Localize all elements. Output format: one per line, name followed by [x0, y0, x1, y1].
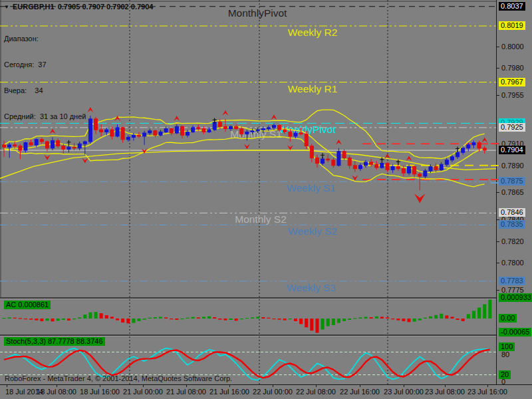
- ac-histogram-bar: [175, 319, 178, 320]
- price-level-badge: 0.8037: [499, 2, 525, 11]
- candle-body: [164, 128, 168, 132]
- price-tick-mark: [497, 263, 499, 263]
- symbol-timeframe-label: EURGBP,H1: [13, 3, 55, 11]
- time-tick-mark: [7, 385, 7, 387]
- ac-histogram-bar: [51, 319, 55, 321]
- ac-canvas[interactable]: [0, 299, 496, 334]
- candle-body: [192, 128, 195, 132]
- stoch-signal-line: [4, 350, 490, 378]
- candle-body: [402, 169, 405, 174]
- ac-histogram-bar: [477, 308, 481, 319]
- price-tick-label: 0.7890: [501, 162, 524, 170]
- price-level-badge: 0.7875: [499, 177, 525, 186]
- candle-body: [240, 128, 243, 134]
- candle-body: [283, 130, 287, 132]
- candle-body: [332, 160, 335, 166]
- ac-histogram-bar: [418, 319, 422, 321]
- ac-histogram-bar: [35, 319, 38, 321]
- candle-body: [391, 166, 394, 170]
- price-tick-label: 0.7820: [501, 237, 524, 245]
- candle-body: [202, 128, 205, 132]
- price-scale[interactable]: 0.80000.79800.79550.79100.78900.78650.78…: [496, 0, 532, 384]
- fractal-down-arrow-icon: [287, 145, 293, 150]
- candle-body: [327, 159, 330, 160]
- ac-histogram-bar: [94, 312, 98, 319]
- ac-histogram-bar: [67, 319, 70, 321]
- candle-body: [462, 148, 465, 153]
- ac-histogram-bar: [100, 313, 103, 319]
- ac-histogram-bar: [391, 319, 394, 319]
- ac-histogram-bar: [29, 319, 33, 320]
- ac-histogram-bar: [267, 318, 270, 319]
- level-label: Weekly R1: [288, 83, 338, 94]
- ac-histogram-bar: [13, 318, 17, 319]
- candle-body: [235, 126, 238, 128]
- candle-body: [375, 164, 378, 168]
- ac-histogram-bar: [315, 319, 319, 332]
- fractal-down-arrow-icon: [82, 158, 88, 164]
- time-scale[interactable]: 18 Jul 201418 Jul 08:0018 Jul 16:0021 Ju…: [0, 384, 532, 399]
- candle-body: [154, 131, 157, 136]
- candle-body: [445, 160, 448, 165]
- candle-body: [408, 166, 411, 173]
- candle-body: [148, 131, 152, 133]
- ac-histogram-bar: [45, 319, 49, 321]
- time-tick-mark: [404, 385, 404, 387]
- candle-body: [440, 164, 443, 170]
- candle-body: [229, 126, 233, 128]
- candle-body: [207, 130, 211, 132]
- ac-indicator-pane[interactable]: [0, 299, 496, 334]
- candle-body: [170, 128, 173, 133]
- ac-histogram-bar: [251, 317, 254, 319]
- ac-histogram-bar: [483, 305, 486, 319]
- level-label: Weekly S2: [288, 225, 337, 237]
- time-tick-label: 18 Jul 08:00: [37, 388, 76, 396]
- ac-histogram-bar: [429, 317, 432, 319]
- candle-body: [483, 148, 486, 150]
- candle-body: [24, 143, 27, 150]
- candle-body: [348, 158, 351, 165]
- candle-body: [8, 145, 11, 147]
- time-tick-mark: [100, 385, 100, 387]
- time-tick-label: 22 Jul 00:00: [253, 388, 293, 396]
- candle-body: [88, 119, 92, 142]
- symbol-dropdown-icon[interactable]: ▼: [4, 4, 9, 10]
- fractal-up-arrow-icon: [174, 116, 180, 121]
- candle-body: [35, 140, 38, 145]
- time-tick-label: 21 Jul 08:00: [166, 388, 206, 396]
- ac-histogram-bar: [256, 317, 259, 319]
- stoch-tick-label: 80: [501, 350, 509, 358]
- ac-histogram-bar: [164, 317, 168, 319]
- candle-body: [78, 144, 81, 148]
- ac-histogram-bar: [159, 317, 162, 319]
- ac-histogram-bar: [380, 317, 384, 319]
- ac-histogram-bar: [358, 317, 362, 319]
- cross-marker-icon: [456, 147, 460, 152]
- ac-histogram-bar: [180, 319, 184, 319]
- ac-histogram-bar: [240, 319, 243, 319]
- level-scale-tick: [491, 165, 499, 166]
- ac-histogram-bar: [132, 319, 135, 323]
- fractal-up-arrow-icon: [406, 156, 412, 161]
- candle-body: [67, 147, 70, 149]
- price-level-badge: 0.7835: [499, 220, 525, 229]
- candle-body: [94, 119, 98, 130]
- ac-histogram-bar: [57, 319, 60, 321]
- ac-histogram-bar: [289, 319, 292, 319]
- range-info-yesterday: Вчера: 34: [4, 86, 86, 95]
- price-level-badge: 0.8019: [499, 21, 525, 30]
- time-tick-label: 21 Jul 00:00: [123, 388, 163, 396]
- time-tick-mark: [186, 385, 187, 387]
- ac-histogram-bar: [450, 317, 454, 319]
- fractal-down-arrow-icon: [44, 155, 50, 160]
- ac-histogram-bar: [8, 317, 11, 319]
- price-tick-label: 0.7775: [501, 286, 524, 294]
- price-tick-label: 0.7865: [501, 188, 524, 196]
- time-tick-label: 18 Jul 16:00: [80, 388, 120, 396]
- ac-histogram-bar: [332, 319, 335, 325]
- level-label: MonthlyPivot: [228, 7, 287, 19]
- ac-histogram-bar: [62, 319, 65, 320]
- ac-indicator-label: AC 0.000861: [4, 301, 51, 309]
- candle-body: [51, 140, 55, 148]
- candle-body: [278, 126, 281, 130]
